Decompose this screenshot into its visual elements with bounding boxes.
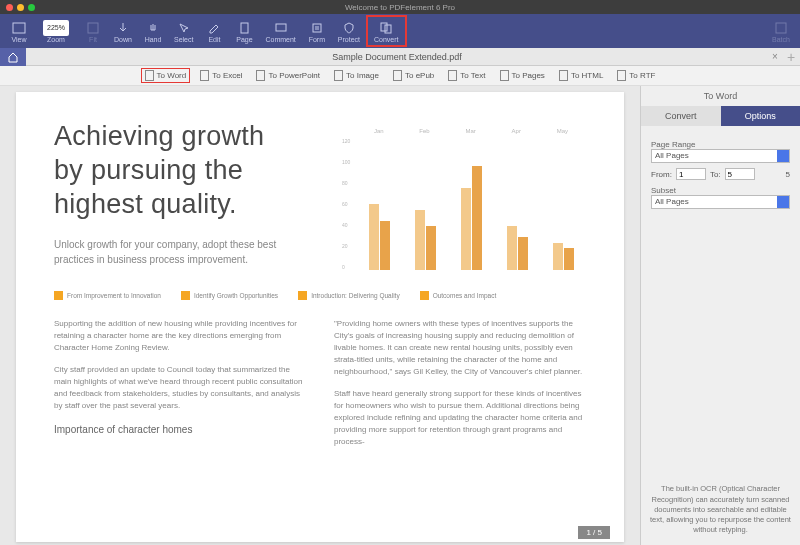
- svg-rect-14: [500, 71, 508, 81]
- svg-rect-13: [449, 71, 457, 81]
- svg-rect-3: [276, 24, 286, 31]
- to-html-button[interactable]: To HTML: [555, 68, 607, 83]
- protect-button[interactable]: Protect: [332, 15, 366, 47]
- doc-icon: [393, 70, 402, 81]
- fit-button[interactable]: Fit: [78, 15, 108, 47]
- document-area[interactable]: Achieving growth by pursuing the highest…: [0, 86, 640, 545]
- ocr-description: The built-in OCR (Optical Character Reco…: [649, 484, 792, 535]
- close-tab[interactable]: ×: [768, 51, 782, 62]
- svg-rect-10: [257, 71, 265, 81]
- feature-row: From Improvement to Innovation Identify …: [54, 291, 586, 300]
- tab-options[interactable]: Options: [721, 106, 801, 126]
- sidebar-title: To Word: [641, 86, 800, 106]
- window-title: Welcome to PDFelement 6 Pro: [0, 3, 800, 12]
- bar-chart: JanFebMarAprMay 120100806040200: [356, 128, 586, 278]
- hand-button[interactable]: Hand: [138, 15, 168, 47]
- down-icon: [116, 20, 130, 36]
- doc-icon: [334, 70, 343, 81]
- select-button[interactable]: Select: [168, 15, 199, 47]
- fit-icon: [86, 20, 100, 36]
- to-excel-button[interactable]: To Excel: [196, 68, 246, 83]
- form-icon: [310, 20, 324, 36]
- from-input[interactable]: [676, 168, 706, 180]
- to-text-button[interactable]: To Text: [444, 68, 489, 83]
- doc-icon: [617, 70, 626, 81]
- convert-button[interactable]: Convert: [366, 15, 407, 47]
- page-indicator: 1 / 5: [578, 526, 610, 539]
- feature-icon: [420, 291, 429, 300]
- feature-icon: [54, 291, 63, 300]
- pdf-page: Achieving growth by pursuing the highest…: [16, 92, 624, 542]
- document-tab[interactable]: Sample Document Extended.pdf: [26, 52, 768, 62]
- feature-icon: [181, 291, 190, 300]
- subheading: Unlock growth for your company, adopt th…: [54, 237, 284, 267]
- comment-icon: [274, 20, 288, 36]
- subset-select[interactable]: All Pages: [651, 195, 790, 209]
- convert-icon: [379, 20, 393, 36]
- doc-icon: [256, 70, 265, 81]
- to-image-button[interactable]: To Image: [330, 68, 383, 83]
- total-pages: 5: [786, 170, 790, 179]
- subset-label: Subset: [651, 186, 790, 195]
- new-tab[interactable]: +: [782, 49, 800, 65]
- svg-rect-6: [385, 25, 391, 33]
- from-label: From:: [651, 170, 672, 179]
- svg-rect-8: [145, 71, 153, 81]
- feature-icon: [298, 291, 307, 300]
- to-pages-button[interactable]: To Pages: [496, 68, 549, 83]
- doc-icon: [200, 70, 209, 81]
- body-columns: Supporting the addition of new housing w…: [54, 318, 586, 458]
- page-button[interactable]: Page: [229, 15, 259, 47]
- view-button[interactable]: View: [4, 15, 34, 47]
- convert-subtoolbar: To Word To Excel To PowerPoint To Image …: [0, 66, 800, 86]
- svg-rect-7: [776, 23, 786, 33]
- titlebar: Welcome to PDFelement 6 Pro: [0, 0, 800, 14]
- to-word-button[interactable]: To Word: [141, 68, 191, 83]
- home-icon: [7, 51, 19, 63]
- doc-icon: [448, 70, 457, 81]
- down-button[interactable]: Down: [108, 15, 138, 47]
- svg-rect-4: [313, 24, 321, 32]
- svg-rect-9: [201, 71, 209, 81]
- doc-icon: [559, 70, 568, 81]
- pagerange-select[interactable]: All Pages: [651, 149, 790, 163]
- tab-bar: Sample Document Extended.pdf × +: [0, 48, 800, 66]
- zoom-value[interactable]: 225%: [43, 20, 69, 36]
- to-epub-button[interactable]: To ePub: [389, 68, 438, 83]
- select-icon: [177, 20, 191, 36]
- batch-button[interactable]: Batch: [766, 15, 796, 47]
- doc-icon: [145, 70, 154, 81]
- svg-rect-12: [393, 71, 401, 81]
- tab-convert[interactable]: Convert: [641, 106, 721, 126]
- main-toolbar: View 225% Zoom Fit Down Hand Select Edit…: [0, 14, 800, 48]
- form-button[interactable]: Form: [302, 15, 332, 47]
- edit-icon: [207, 20, 221, 36]
- to-rtf-button[interactable]: To RTF: [613, 68, 659, 83]
- svg-rect-0: [13, 23, 25, 33]
- zoom-button[interactable]: 225% Zoom: [34, 15, 78, 47]
- view-icon: [12, 20, 26, 36]
- svg-rect-5: [381, 23, 387, 31]
- edit-button[interactable]: Edit: [199, 15, 229, 47]
- to-input[interactable]: [725, 168, 755, 180]
- batch-icon: [774, 20, 788, 36]
- to-powerpoint-button[interactable]: To PowerPoint: [252, 68, 324, 83]
- doc-icon: [500, 70, 509, 81]
- page-icon: [237, 20, 251, 36]
- shield-icon: [342, 20, 356, 36]
- svg-rect-16: [618, 71, 626, 81]
- svg-rect-15: [559, 71, 567, 81]
- hand-icon: [146, 20, 160, 36]
- comment-button[interactable]: Comment: [259, 15, 301, 47]
- home-tab[interactable]: [0, 48, 26, 66]
- pagerange-label: Page Range: [651, 140, 790, 149]
- svg-rect-1: [88, 23, 98, 33]
- svg-rect-11: [335, 71, 343, 81]
- svg-rect-2: [241, 23, 248, 33]
- convert-sidebar: To Word Convert Options Page Range All P…: [640, 86, 800, 545]
- to-label: To:: [710, 170, 721, 179]
